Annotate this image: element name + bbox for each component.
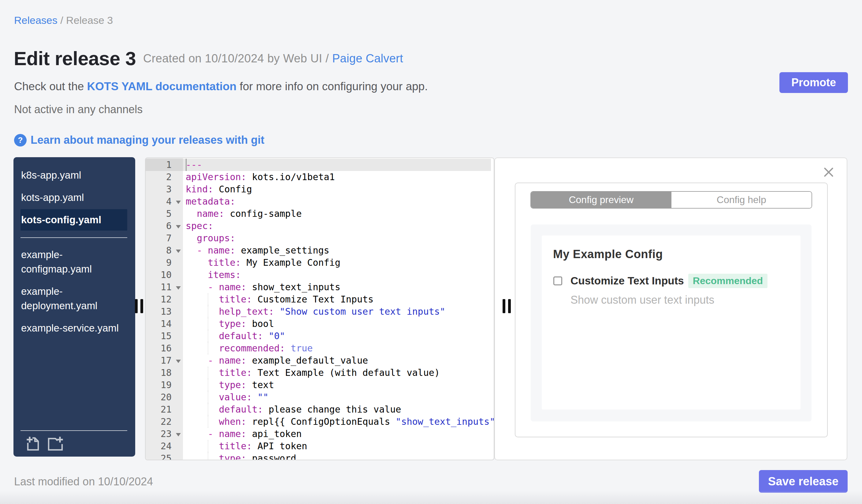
code-token: example_default_value xyxy=(247,355,368,366)
fold-arrow-icon[interactable] xyxy=(176,225,181,228)
code-line-18[interactable]: 18 title: Text Example (with default val… xyxy=(146,367,494,379)
code-token: name: xyxy=(208,245,235,256)
code-token xyxy=(186,416,219,427)
code-token: default: xyxy=(219,404,263,415)
code-line-8[interactable]: 8 - name: example_settings xyxy=(146,244,494,256)
save-release-button[interactable]: Save release xyxy=(759,470,848,493)
code-token: please change this value xyxy=(263,404,401,415)
fold-arrow-icon[interactable] xyxy=(176,360,181,363)
tree-editor-resize-handle[interactable] xyxy=(135,299,143,313)
code-token: Customize Text Inputs xyxy=(252,294,374,305)
code-line-4[interactable]: 4metadata: xyxy=(146,196,494,208)
code-token xyxy=(186,392,219,402)
tab-config-help[interactable]: Config help xyxy=(671,192,812,208)
code-line-21[interactable]: 21 default: please change this value xyxy=(146,403,494,416)
indent-guide xyxy=(208,379,208,391)
code-line-24[interactable]: 24 title: API token xyxy=(146,440,494,452)
file-tree-item-k8s-app.yaml[interactable]: k8s-app.yaml xyxy=(21,164,127,186)
code-line-22[interactable]: 22 when: repl{{ ConfigOptionEquals "show… xyxy=(146,416,494,428)
code-token xyxy=(202,245,208,256)
code-token xyxy=(186,380,219,390)
code-line-25[interactable]: 25 type: password xyxy=(146,452,494,460)
code-text: title: Customize Text Inputs xyxy=(186,293,374,306)
code-text: value: "" xyxy=(186,391,269,403)
code-token: "0" xyxy=(269,331,285,341)
indent-guide xyxy=(208,330,208,342)
new-folder-icon[interactable] xyxy=(47,436,64,453)
code-token: name: xyxy=(219,282,246,292)
tab-config-preview[interactable]: Config preview xyxy=(531,192,671,208)
code-line-12[interactable]: 12 title: Customize Text Inputs xyxy=(146,293,494,306)
code-text: title: API token xyxy=(186,440,307,452)
handle-bar xyxy=(502,299,505,313)
new-file-icon[interactable] xyxy=(26,436,39,453)
question-icon[interactable]: ? xyxy=(14,134,27,146)
indent-guide xyxy=(208,440,208,452)
code-text: name: config-sample xyxy=(186,208,302,220)
code-line-9[interactable]: 9 title: My Example Config xyxy=(146,256,494,269)
kots-yaml-doc-link[interactable]: KOTS YAML documentation xyxy=(87,80,237,93)
fold-arrow-icon[interactable] xyxy=(176,250,181,253)
config-item-row: Customize Text Inputs Recommended xyxy=(553,274,768,288)
close-icon[interactable] xyxy=(823,167,834,177)
indent-guide xyxy=(208,318,208,330)
yaml-code-editor[interactable]: 1---2apiVersion: kots.io/v1beta13kind: C… xyxy=(145,158,494,460)
code-token xyxy=(186,355,208,366)
fold-arrow-icon[interactable] xyxy=(176,201,181,204)
code-line-15[interactable]: 15 default: "0" xyxy=(146,330,494,342)
editor-preview-resize-handle[interactable] xyxy=(502,299,511,313)
code-line-6[interactable]: 6spec: xyxy=(146,220,494,232)
code-line-7[interactable]: 7 groups: xyxy=(146,232,494,244)
code-token: api_token xyxy=(247,428,302,439)
file-tree-item-example-service.yaml[interactable]: example-service.yaml xyxy=(21,317,127,339)
file-tree-item-kots-config.yaml[interactable]: kots-config.yaml xyxy=(21,209,127,230)
code-text: type: password xyxy=(186,452,296,460)
code-text: - name: show_text_inputs xyxy=(186,281,340,293)
code-line-13[interactable]: 13 help_text: "Show custom user text inp… xyxy=(146,306,494,318)
fold-arrow-icon[interactable] xyxy=(176,433,181,436)
indent-guide xyxy=(208,367,208,379)
code-token: password xyxy=(247,453,297,460)
code-line-23[interactable]: 23 - name: api_token xyxy=(146,428,494,440)
code-line-10[interactable]: 10 items: xyxy=(146,269,494,281)
code-token: when: xyxy=(219,416,246,427)
fold-arrow-icon[interactable] xyxy=(176,286,181,290)
code-token: name: xyxy=(197,208,224,219)
author-link[interactable]: Paige Calvert xyxy=(332,52,403,65)
code-line-5[interactable]: 5 name: config-sample xyxy=(146,208,494,220)
code-line-1[interactable]: 1--- xyxy=(146,159,494,171)
file-tree-item-example-deployment.yaml[interactable]: example-deployment.yaml xyxy=(21,281,127,317)
code-text: recommended: true xyxy=(186,342,313,355)
code-line-2[interactable]: 2apiVersion: kots.io/v1beta1 xyxy=(146,171,494,183)
new-file-icon-graphic xyxy=(26,436,39,452)
code-token xyxy=(186,269,208,280)
code-text: title: Text Example (with default value) xyxy=(186,367,440,379)
code-text: groups: xyxy=(186,232,236,244)
code-line-14[interactable]: 14 type: bool xyxy=(146,318,494,330)
promote-button[interactable]: Promote xyxy=(780,72,848,93)
line-number: 22 xyxy=(146,416,172,428)
file-tree-item-kots-app.yaml[interactable]: kots-app.yaml xyxy=(21,187,127,208)
code-line-11[interactable]: 11 - name: show_text_inputs xyxy=(146,281,494,293)
customize-text-inputs-checkbox[interactable] xyxy=(553,277,562,285)
code-text: - name: api_token xyxy=(186,428,302,440)
file-tree-item-example-configmap.yaml[interactable]: example-configmap.yaml xyxy=(21,244,127,280)
last-modified-text: Last modified on 10/10/2024 xyxy=(14,475,153,488)
code-token: "" xyxy=(258,392,269,402)
code-line-16[interactable]: 16 recommended: true xyxy=(146,342,494,355)
code-text: type: text xyxy=(186,379,274,391)
code-line-20[interactable]: 20 value: "" xyxy=(146,391,494,403)
code-line-19[interactable]: 19 type: text xyxy=(146,379,494,391)
file-tree-actions xyxy=(21,430,127,453)
line-number: 18 xyxy=(146,367,172,379)
code-line-3[interactable]: 3kind: Config xyxy=(146,183,494,196)
bottom-fade xyxy=(0,491,862,504)
new-folder-icon-graphic xyxy=(47,436,64,452)
code-text: --- xyxy=(186,159,202,171)
code-token xyxy=(186,404,219,415)
breadcrumb-releases-link[interactable]: Releases xyxy=(14,14,57,26)
git-help-link[interactable]: Learn about managing your releases with … xyxy=(30,134,264,146)
code-token xyxy=(186,428,208,439)
line-number: 10 xyxy=(146,269,172,281)
code-line-17[interactable]: 17 - name: example_default_value xyxy=(146,355,494,367)
